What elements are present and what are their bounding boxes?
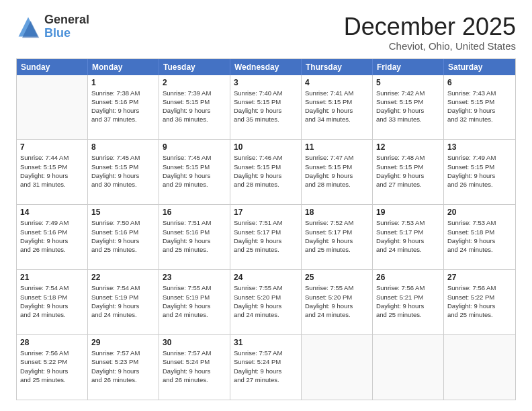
day-number: 23 (163, 273, 226, 282)
day-info: Sunrise: 7:44 AM Sunset: 5:15 PM Dayligh… (20, 153, 84, 189)
day-info: Sunrise: 7:45 AM Sunset: 5:15 PM Dayligh… (91, 153, 155, 189)
day-info: Sunrise: 7:43 AM Sunset: 5:15 PM Dayligh… (447, 89, 512, 124)
day-info: Sunrise: 7:41 AM Sunset: 5:15 PM Dayligh… (305, 89, 369, 124)
cal-cell (302, 335, 373, 400)
cal-cell: 4Sunrise: 7:41 AM Sunset: 5:15 PM Daylig… (302, 75, 373, 140)
cal-cell: 2Sunrise: 7:39 AM Sunset: 5:15 PM Daylig… (159, 75, 230, 140)
cal-header-cell: Monday (88, 59, 159, 75)
day-info: Sunrise: 7:45 AM Sunset: 5:15 PM Dayligh… (163, 153, 226, 189)
day-number: 27 (447, 273, 512, 282)
day-number: 21 (20, 273, 84, 282)
cal-week: 1Sunrise: 7:38 AM Sunset: 5:16 PM Daylig… (17, 75, 515, 140)
logo-blue-text: Blue (44, 27, 89, 40)
day-info: Sunrise: 7:57 AM Sunset: 5:23 PM Dayligh… (91, 349, 155, 384)
logo: General Blue (16, 13, 89, 40)
cal-cell: 27Sunrise: 7:56 AM Sunset: 5:22 PM Dayli… (444, 270, 515, 334)
day-info: Sunrise: 7:53 AM Sunset: 5:17 PM Dayligh… (376, 218, 440, 254)
day-number: 12 (376, 142, 440, 152)
day-number: 18 (305, 208, 369, 217)
subtitle: Cheviot, Ohio, United States (344, 40, 516, 52)
cal-cell: 31Sunrise: 7:57 AM Sunset: 5:24 PM Dayli… (230, 335, 302, 400)
cal-cell: 11Sunrise: 7:47 AM Sunset: 5:15 PM Dayli… (302, 140, 373, 204)
day-info: Sunrise: 7:42 AM Sunset: 5:15 PM Dayligh… (376, 89, 440, 124)
cal-header-cell: Saturday (444, 59, 515, 75)
logo-icon (16, 15, 40, 39)
cal-cell: 8Sunrise: 7:45 AM Sunset: 5:15 PM Daylig… (88, 140, 159, 204)
header: General Blue December 2025 Cheviot, Ohio… (16, 13, 516, 52)
day-number: 29 (91, 338, 155, 347)
day-number: 10 (234, 142, 298, 152)
cal-cell: 6Sunrise: 7:43 AM Sunset: 5:15 PM Daylig… (444, 75, 515, 140)
day-number: 9 (163, 142, 226, 152)
logo-general-text: General (44, 13, 89, 27)
day-info: Sunrise: 7:49 AM Sunset: 5:15 PM Dayligh… (447, 153, 512, 189)
day-number: 3 (234, 78, 298, 87)
cal-cell: 19Sunrise: 7:53 AM Sunset: 5:17 PM Dayli… (373, 205, 444, 269)
cal-cell: 14Sunrise: 7:49 AM Sunset: 5:16 PM Dayli… (17, 205, 88, 269)
cal-cell: 26Sunrise: 7:56 AM Sunset: 5:21 PM Dayli… (373, 270, 444, 334)
cal-week: 14Sunrise: 7:49 AM Sunset: 5:16 PM Dayli… (17, 205, 515, 270)
day-number: 16 (163, 208, 226, 217)
calendar: SundayMondayTuesdayWednesdayThursdayFrid… (16, 58, 516, 400)
day-info: Sunrise: 7:57 AM Sunset: 5:24 PM Dayligh… (163, 349, 226, 384)
cal-header-cell: Friday (373, 59, 444, 75)
cal-cell (373, 335, 444, 400)
cal-cell: 24Sunrise: 7:55 AM Sunset: 5:20 PM Dayli… (230, 270, 302, 334)
page: General Blue December 2025 Cheviot, Ohio… (0, 0, 532, 411)
cal-cell: 3Sunrise: 7:40 AM Sunset: 5:15 PM Daylig… (230, 75, 302, 140)
main-title: December 2025 (344, 13, 516, 40)
day-info: Sunrise: 7:50 AM Sunset: 5:16 PM Dayligh… (91, 218, 155, 254)
day-number: 15 (91, 208, 155, 217)
day-info: Sunrise: 7:46 AM Sunset: 5:15 PM Dayligh… (234, 153, 298, 189)
day-info: Sunrise: 7:55 AM Sunset: 5:20 PM Dayligh… (234, 283, 298, 319)
day-number: 6 (447, 78, 512, 87)
day-info: Sunrise: 7:38 AM Sunset: 5:16 PM Dayligh… (91, 89, 155, 124)
cal-week: 21Sunrise: 7:54 AM Sunset: 5:18 PM Dayli… (17, 270, 515, 335)
cal-cell: 30Sunrise: 7:57 AM Sunset: 5:24 PM Dayli… (159, 335, 230, 400)
day-number: 28 (20, 338, 84, 347)
day-number: 5 (376, 78, 440, 87)
day-info: Sunrise: 7:57 AM Sunset: 5:24 PM Dayligh… (234, 349, 298, 384)
day-number: 2 (163, 78, 226, 87)
day-info: Sunrise: 7:54 AM Sunset: 5:19 PM Dayligh… (91, 283, 155, 319)
cal-cell: 23Sunrise: 7:55 AM Sunset: 5:19 PM Dayli… (159, 270, 230, 334)
day-number: 25 (305, 273, 369, 282)
day-info: Sunrise: 7:52 AM Sunset: 5:17 PM Dayligh… (305, 218, 369, 254)
cal-cell: 1Sunrise: 7:38 AM Sunset: 5:16 PM Daylig… (88, 75, 159, 140)
cal-cell: 22Sunrise: 7:54 AM Sunset: 5:19 PM Dayli… (88, 270, 159, 334)
cal-header-cell: Wednesday (230, 59, 302, 75)
day-number: 17 (234, 208, 298, 217)
cal-header-cell: Sunday (17, 59, 88, 75)
cal-cell (444, 335, 515, 400)
day-number: 4 (305, 78, 369, 87)
cal-cell: 18Sunrise: 7:52 AM Sunset: 5:17 PM Dayli… (302, 205, 373, 269)
day-number: 13 (447, 142, 512, 152)
cal-cell: 21Sunrise: 7:54 AM Sunset: 5:18 PM Dayli… (17, 270, 88, 334)
day-info: Sunrise: 7:49 AM Sunset: 5:16 PM Dayligh… (20, 218, 84, 254)
day-number: 19 (376, 208, 440, 217)
day-info: Sunrise: 7:51 AM Sunset: 5:16 PM Dayligh… (163, 218, 226, 254)
day-info: Sunrise: 7:48 AM Sunset: 5:15 PM Dayligh… (376, 153, 440, 189)
cal-cell: 16Sunrise: 7:51 AM Sunset: 5:16 PM Dayli… (159, 205, 230, 269)
calendar-header: SundayMondayTuesdayWednesdayThursdayFrid… (17, 59, 515, 75)
calendar-body: 1Sunrise: 7:38 AM Sunset: 5:16 PM Daylig… (17, 75, 515, 400)
day-number: 30 (163, 338, 226, 347)
day-info: Sunrise: 7:56 AM Sunset: 5:22 PM Dayligh… (447, 283, 512, 319)
day-number: 20 (447, 208, 512, 217)
day-number: 24 (234, 273, 298, 282)
cal-week: 7Sunrise: 7:44 AM Sunset: 5:15 PM Daylig… (17, 140, 515, 205)
day-info: Sunrise: 7:47 AM Sunset: 5:15 PM Dayligh… (305, 153, 369, 189)
day-info: Sunrise: 7:55 AM Sunset: 5:20 PM Dayligh… (305, 283, 369, 319)
cal-cell: 5Sunrise: 7:42 AM Sunset: 5:15 PM Daylig… (373, 75, 444, 140)
cal-cell (17, 75, 88, 140)
day-info: Sunrise: 7:51 AM Sunset: 5:17 PM Dayligh… (234, 218, 298, 254)
day-info: Sunrise: 7:56 AM Sunset: 5:21 PM Dayligh… (376, 283, 440, 319)
cal-cell: 17Sunrise: 7:51 AM Sunset: 5:17 PM Dayli… (230, 205, 302, 269)
cal-cell: 10Sunrise: 7:46 AM Sunset: 5:15 PM Dayli… (230, 140, 302, 204)
cal-header-cell: Tuesday (159, 59, 230, 75)
cal-header-cell: Thursday (302, 59, 373, 75)
day-number: 11 (305, 142, 369, 152)
day-info: Sunrise: 7:40 AM Sunset: 5:15 PM Dayligh… (234, 89, 298, 124)
cal-cell: 29Sunrise: 7:57 AM Sunset: 5:23 PM Dayli… (88, 335, 159, 400)
day-info: Sunrise: 7:39 AM Sunset: 5:15 PM Dayligh… (163, 89, 226, 124)
